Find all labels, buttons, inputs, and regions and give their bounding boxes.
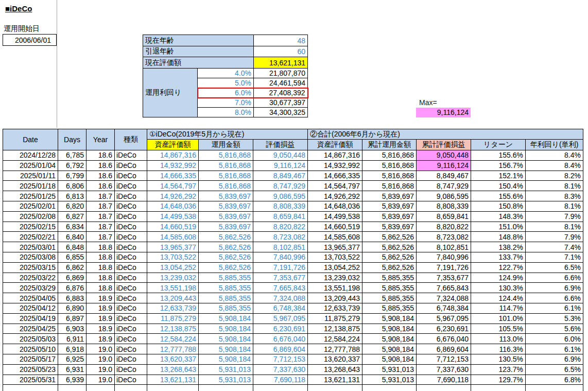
cell-days[interactable]: 6,820	[58, 201, 87, 211]
header-group-total[interactable]: ②合計(2006年6月から現在)	[308, 129, 583, 140]
header-year[interactable]: Year	[87, 129, 115, 150]
cell-year[interactable]: 19.0	[87, 364, 115, 375]
cell-asset2[interactable]: 11,875,279	[308, 313, 362, 324]
cell-days[interactable]: 6,792	[58, 160, 87, 171]
cell-year[interactable]: 18.7	[87, 232, 115, 242]
cell-date[interactable]: 2025/02/21	[3, 232, 58, 242]
cell-cum-invested[interactable]: 5,908,184	[362, 334, 417, 344]
cell-asset1[interactable]: 14,660,519	[147, 222, 199, 232]
cell-return[interactable]: 133.7%	[471, 252, 526, 262]
cell-type[interactable]: iDeCo	[115, 160, 147, 171]
cell-days[interactable]: 6,897	[58, 313, 87, 324]
cell-return[interactable]: 138.2%	[471, 242, 526, 252]
header-type[interactable]: 種類	[115, 129, 147, 150]
cell-cum-gain[interactable]: 6,869,604	[417, 344, 471, 354]
cell-gain1[interactable]: 8,659,841	[253, 211, 308, 222]
cell-invested1[interactable]: 5,839,697	[199, 222, 253, 232]
cell-cum-invested[interactable]: 5,816,868	[362, 150, 417, 161]
cell-days[interactable]: 6,903	[58, 324, 87, 334]
cell-annual-yield[interactable]: 6.5%	[526, 364, 583, 375]
cell-asset1[interactable]: 14,499,538	[147, 211, 199, 222]
cell-cum-invested[interactable]: 5,931,013	[362, 375, 417, 385]
cell-asset1[interactable]: 13,209,443	[147, 293, 199, 303]
cell-date[interactable]: 2025/04/25	[3, 324, 58, 334]
cell-cum-invested[interactable]: 5,816,868	[362, 160, 417, 171]
cell-year[interactable]: 18.6	[87, 181, 115, 191]
cell-annual-yield[interactable]: 8.4%	[526, 150, 583, 161]
cell-annual-yield[interactable]: 7.1%	[526, 252, 583, 262]
cell-asset1[interactable]: 14,867,316	[147, 150, 199, 161]
cell-cum-invested[interactable]: 5,839,697	[362, 201, 417, 211]
cell-date[interactable]: 2025/05/23	[3, 364, 58, 375]
cell-invested1[interactable]: 5,862,526	[199, 252, 253, 262]
cell-type[interactable]: iDeCo	[115, 354, 147, 364]
cell-annual-yield[interactable]: 6.1%	[526, 303, 583, 313]
cell-cum-gain[interactable]: 7,324,088	[417, 293, 471, 303]
cell-date[interactable]: 2025/03/08	[3, 252, 58, 262]
cell-type[interactable]: iDeCo	[115, 232, 147, 242]
cell-invested1[interactable]: 5,862,526	[199, 242, 253, 252]
cell-date[interactable]: 2025/02/15	[3, 222, 58, 232]
cell-type[interactable]: iDeCo	[115, 252, 147, 262]
cell-return[interactable]: 148.3%	[471, 211, 526, 222]
cell-invested1[interactable]: 5,816,868	[199, 181, 253, 191]
cell-asset2[interactable]: 14,932,992	[308, 160, 362, 171]
cell-year[interactable]: 19.0	[87, 354, 115, 364]
cell-invested1[interactable]: 5,908,184	[199, 313, 253, 324]
cell-date[interactable]: 2025/05/10	[3, 344, 58, 354]
cell-year[interactable]: 18.9	[87, 313, 115, 324]
cell-type[interactable]: iDeCo	[115, 171, 147, 181]
cell-year[interactable]: 18.8	[87, 242, 115, 252]
cell-cum-invested[interactable]: 5,885,355	[362, 293, 417, 303]
cell-empty[interactable]	[362, 385, 417, 391]
cell-asset1[interactable]: 14,926,292	[147, 191, 199, 201]
yield-value-cell[interactable]: 24,461,594	[254, 78, 308, 88]
cell-asset2[interactable]: 14,666,335	[308, 171, 362, 181]
cell-type[interactable]: iDeCo	[115, 344, 147, 354]
cell-year[interactable]: 18.9	[87, 334, 115, 344]
cell-return[interactable]: 105.5%	[471, 324, 526, 334]
cell-gain1[interactable]: 7,353,677	[253, 273, 308, 283]
cell-gain1[interactable]: 7,690,118	[253, 375, 308, 385]
cell-return[interactable]: 113.0%	[471, 334, 526, 344]
cell-gain1[interactable]: 5,967,095	[253, 313, 308, 324]
cell-date[interactable]: 2025/02/08	[3, 211, 58, 222]
cell-return[interactable]: 114.7%	[471, 303, 526, 313]
cell-return[interactable]: 155.6%	[471, 150, 526, 161]
cell-gain1[interactable]: 6,869,604	[253, 344, 308, 354]
cell-annual-yield[interactable]: 6.1%	[526, 344, 583, 354]
cell-type[interactable]: iDeCo	[115, 273, 147, 283]
cell-asset1[interactable]: 14,585,608	[147, 232, 199, 242]
cell-empty[interactable]	[147, 385, 199, 391]
cell-gain1[interactable]: 7,712,153	[253, 354, 308, 364]
cell-gain1[interactable]: 6,676,040	[253, 334, 308, 344]
cell-days[interactable]: 6,876	[58, 283, 87, 293]
cell-invested1[interactable]: 5,908,184	[199, 334, 253, 344]
yield-value-cell[interactable]: 21,807,870	[254, 69, 308, 78]
cell-invested1[interactable]: 5,816,868	[199, 160, 253, 171]
cell-asset1[interactable]: 13,621,131	[147, 375, 199, 385]
cell-invested1[interactable]: 5,839,697	[199, 191, 253, 201]
cell-return[interactable]: 150.8%	[471, 201, 526, 211]
cell-return[interactable]: 156.7%	[471, 160, 526, 171]
cell-cum-gain[interactable]: 8,849,467	[417, 171, 471, 181]
cell-return[interactable]: 148.8%	[471, 232, 526, 242]
cell-empty[interactable]	[417, 385, 471, 391]
cell-asset2[interactable]: 13,965,377	[308, 242, 362, 252]
cell-cum-gain[interactable]: 6,748,384	[417, 303, 471, 313]
cell-asset2[interactable]: 13,209,443	[308, 293, 362, 303]
cell-year[interactable]: 18.8	[87, 273, 115, 283]
header-days[interactable]: Days	[58, 129, 87, 150]
header-cumulative-invested[interactable]: 累計運用金額	[362, 140, 417, 150]
cell-type[interactable]: iDeCo	[115, 181, 147, 191]
cell-asset1[interactable]: 11,875,279	[147, 313, 199, 324]
cell-asset2[interactable]: 13,268,643	[308, 364, 362, 375]
cell-asset1[interactable]: 13,268,643	[147, 364, 199, 375]
cell-asset2[interactable]: 14,867,316	[308, 150, 362, 161]
cell-date[interactable]: 2025/02/01	[3, 201, 58, 211]
cell-return[interactable]: 123.7%	[471, 364, 526, 375]
yield-value-cell[interactable]: 27,408,392	[254, 88, 308, 98]
cell-cum-invested[interactable]: 5,908,184	[362, 313, 417, 324]
cell-annual-yield[interactable]: 6.8%	[526, 375, 583, 385]
cell-type[interactable]: iDeCo	[115, 364, 147, 375]
